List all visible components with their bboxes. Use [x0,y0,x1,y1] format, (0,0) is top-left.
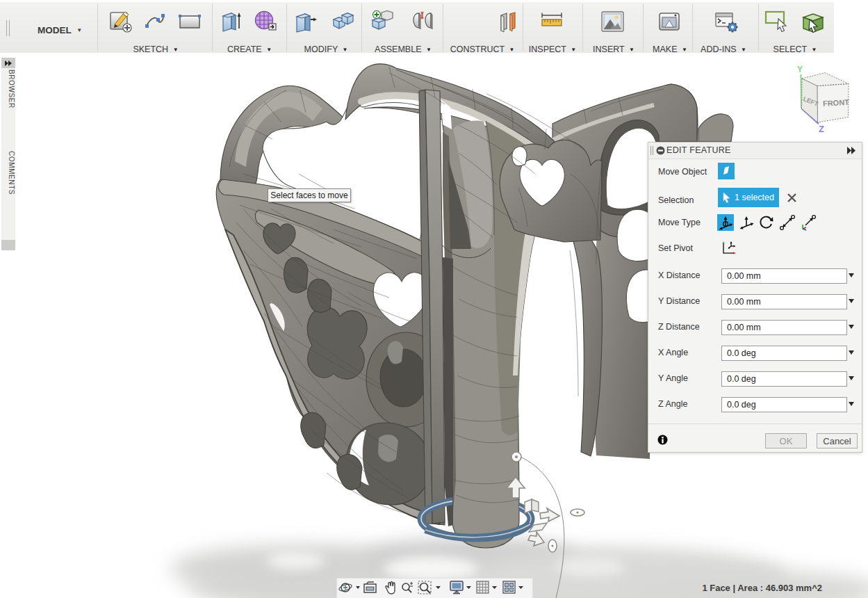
svg-text:Y: Y [797,65,803,74]
svg-text:Z: Z [819,124,824,134]
svg-text:FRONT: FRONT [823,98,850,108]
